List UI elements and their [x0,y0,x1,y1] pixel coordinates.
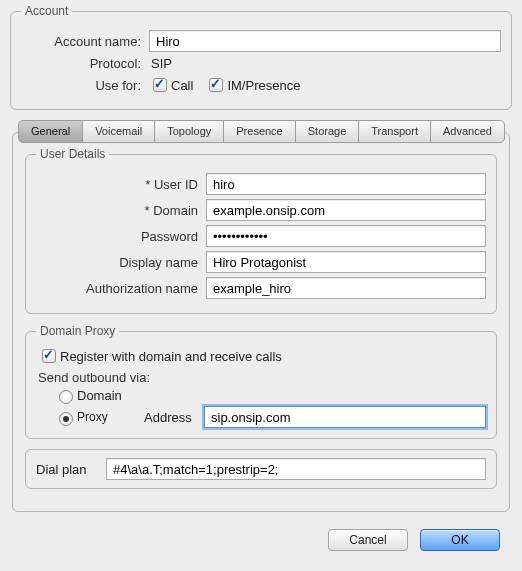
usefor-call[interactable]: Call [149,75,193,95]
account-group: Account Account name: Protocol: SIP Use … [10,4,512,110]
account-name-input[interactable] [149,30,501,52]
tab-presence[interactable]: Presence [223,120,295,143]
dial-plan-label: Dial plan [36,462,106,477]
register-checkbox-row[interactable]: Register with domain and receive calls [38,346,282,366]
domain-label: * Domain [36,203,206,218]
via-domain[interactable]: Domain [54,387,122,404]
auth-name-label: Authorization name [36,281,206,296]
tab-storage[interactable]: Storage [295,120,360,143]
usefor-im-checkbox[interactable] [209,78,223,92]
protocol-label: Protocol: [21,56,149,71]
auth-name-input[interactable] [206,277,486,299]
via-domain-radio[interactable] [59,390,73,404]
tab-advanced[interactable]: Advanced [430,120,505,143]
display-name-input[interactable] [206,251,486,273]
tab-transport[interactable]: Transport [358,120,431,143]
proxy-address-input[interactable] [204,406,486,428]
domain-proxy-group: Domain Proxy Register with domain and re… [25,324,497,439]
domain-proxy-legend: Domain Proxy [36,324,119,338]
protocol-value: SIP [149,56,172,71]
tab-topology[interactable]: Topology [154,120,224,143]
user-details-group: User Details * User ID * Domain Password… [25,147,497,314]
userid-label: * User ID [36,177,206,192]
proxy-address-label: Address [144,410,204,425]
password-label: Password [36,229,206,244]
tab-body-general: User Details * User ID * Domain Password… [12,132,510,512]
account-legend: Account [21,4,72,18]
usefor-im[interactable]: IM/Presence [205,75,300,95]
ok-button[interactable]: OK [420,529,500,551]
display-name-label: Display name [36,255,206,270]
password-input[interactable] [206,225,486,247]
register-checkbox[interactable] [42,349,56,363]
tab-general[interactable]: General [18,120,83,143]
cancel-button[interactable]: Cancel [328,529,408,551]
tab-voicemail[interactable]: Voicemail [82,120,155,143]
domain-input[interactable] [206,199,486,221]
usefor-call-checkbox[interactable] [153,78,167,92]
dial-plan-group: Dial plan [25,449,497,489]
via-proxy[interactable]: Proxy [54,409,108,426]
user-details-legend: User Details [36,147,109,161]
userid-input[interactable] [206,173,486,195]
via-proxy-radio[interactable] [59,412,73,426]
account-name-label: Account name: [21,34,149,49]
dial-plan-input[interactable] [106,458,486,480]
usefor-label: Use for: [21,78,149,93]
send-via-label: Send outbound via: [38,370,486,385]
tab-bar: General Voicemail Topology Presence Stor… [18,120,504,143]
